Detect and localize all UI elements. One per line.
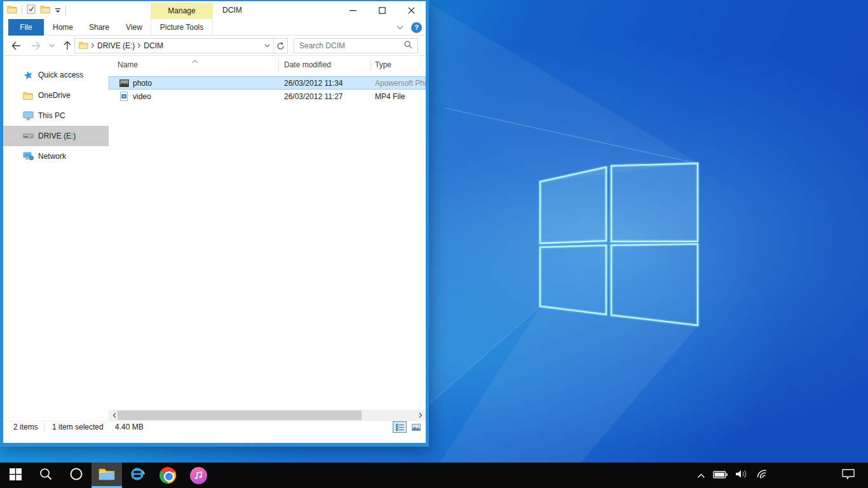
- qat-customize-dropdown-icon[interactable]: [55, 4, 61, 16]
- sidebar-item-onedrive[interactable]: OneDrive: [3, 85, 109, 105]
- sidebar-item-quick-access[interactable]: Quick access: [3, 65, 109, 85]
- explorer-main: Quick access OneDrive This PC: [3, 56, 426, 421]
- file-row-video[interactable]: video 26/03/2012 11:27 MP4 File: [109, 90, 426, 103]
- column-divider[interactable]: [370, 58, 371, 71]
- properties-check-icon[interactable]: [27, 4, 36, 17]
- network-icon: [22, 152, 34, 161]
- file-name: photo: [133, 79, 276, 88]
- breadcrumb: DRIVE (E:) DCIM: [75, 41, 261, 51]
- up-icon[interactable]: [63, 41, 72, 50]
- system-tray: [697, 463, 769, 488]
- help-icon[interactable]: ?: [411, 22, 422, 33]
- breadcrumb-item-dcim[interactable]: DCIM: [144, 41, 163, 50]
- start-button[interactable]: [0, 463, 31, 488]
- search-box[interactable]: [294, 38, 418, 53]
- tab-picture-tools[interactable]: Picture Tools: [151, 19, 213, 36]
- taskbar-search-button[interactable]: [31, 463, 61, 488]
- mp4-file-icon: [119, 92, 129, 101]
- close-button[interactable]: [397, 1, 426, 19]
- itunes-icon: [190, 467, 207, 484]
- column-headers: Name Date modified Type: [109, 56, 426, 74]
- expand-ribbon-chevron-icon[interactable]: [397, 23, 403, 32]
- quick-access-toolbar: [7, 1, 66, 19]
- explorer-app-icon[interactable]: [7, 4, 17, 16]
- file-date-modified: 26/03/2012 11:34: [284, 79, 343, 88]
- tab-home[interactable]: Home: [48, 19, 78, 36]
- status-selection: 1 item selected: [52, 423, 104, 431]
- details-view-button[interactable]: [393, 421, 407, 433]
- wifi-icon[interactable]: [756, 470, 769, 482]
- navigation-bar: DRIVE (E:) DCIM: [3, 36, 426, 56]
- file-list-pane: Name Date modified Type photo 26/03/2012…: [109, 56, 426, 421]
- scroll-right-icon[interactable]: [415, 410, 426, 421]
- sidebar-item-drive-e[interactable]: DRIVE (E:): [3, 126, 109, 146]
- photo-thumbnail-icon: [119, 79, 129, 87]
- file-explorer-window: Manage DCIM File Home Share View Picture…: [0, 0, 429, 447]
- refresh-icon[interactable]: [273, 39, 287, 53]
- ribbon-context-group-manage[interactable]: Manage: [151, 3, 213, 19]
- address-bar[interactable]: DRIVE (E:) DCIM: [74, 38, 288, 53]
- large-icons-view-button[interactable]: [409, 421, 423, 433]
- search-icon[interactable]: [404, 40, 417, 51]
- chevron-right-icon[interactable]: [137, 41, 141, 50]
- column-header-type[interactable]: Type: [375, 60, 391, 69]
- breadcrumb-item-drive[interactable]: DRIVE (E:): [97, 41, 135, 50]
- sidebar-item-network[interactable]: Network: [3, 146, 109, 166]
- sidebar-item-label: This PC: [38, 111, 65, 120]
- windows-start-icon: [10, 468, 22, 483]
- tab-share[interactable]: Share: [82, 19, 116, 36]
- itunes-button[interactable]: [183, 463, 214, 488]
- action-center-icon: [842, 469, 855, 482]
- horizontal-scrollbar[interactable]: [109, 410, 426, 421]
- scrollbar-thumb[interactable]: [118, 410, 362, 420]
- file-row-photo[interactable]: photo 26/03/2012 11:34 Apowersoft Pho: [109, 76, 426, 90]
- chrome-button[interactable]: [153, 463, 183, 488]
- file-explorer-icon: [98, 468, 115, 484]
- drive-icon: [22, 133, 34, 139]
- column-header-date-modified[interactable]: Date modified: [284, 60, 331, 69]
- quick-access-star-icon: [22, 71, 34, 80]
- battery-icon[interactable]: [713, 470, 728, 481]
- sidebar-item-label: OneDrive: [38, 91, 71, 100]
- back-icon[interactable]: [11, 41, 21, 50]
- status-divider: [44, 423, 44, 431]
- navigation-pane: Quick access OneDrive This PC: [3, 56, 109, 421]
- column-header-name[interactable]: Name: [118, 60, 138, 69]
- column-divider[interactable]: [278, 58, 279, 71]
- this-pc-icon: [22, 111, 34, 121]
- search-icon: [39, 468, 52, 483]
- action-center-button[interactable]: [834, 463, 863, 488]
- file-name: video: [133, 92, 276, 101]
- cortana-button[interactable]: [61, 463, 92, 488]
- status-item-count: 2 items: [13, 423, 38, 431]
- ribbon-tab-row: File Home Share View Picture Tools ?: [3, 19, 426, 36]
- file-date-modified: 26/03/2012 11:27: [284, 92, 343, 101]
- minimize-button[interactable]: [338, 1, 367, 19]
- qat-separator: [22, 5, 22, 15]
- volume-icon[interactable]: [735, 470, 749, 481]
- sidebar-item-this-pc[interactable]: This PC: [3, 105, 109, 126]
- taskbar: [0, 463, 868, 488]
- folder-icon: [79, 41, 88, 51]
- desktop: Manage DCIM File Home Share View Picture…: [0, 0, 868, 488]
- new-folder-icon[interactable]: [40, 4, 50, 16]
- sidebar-item-label: Quick access: [38, 71, 83, 79]
- sidebar-item-label: Network: [38, 152, 66, 161]
- forward-icon[interactable]: [31, 41, 41, 50]
- taskbar-file-explorer-button[interactable]: [92, 463, 122, 488]
- search-input[interactable]: [294, 41, 404, 50]
- tab-view[interactable]: View: [119, 19, 149, 36]
- internet-explorer-button[interactable]: [122, 463, 153, 488]
- internet-explorer-icon: [128, 465, 146, 485]
- chevron-right-icon[interactable]: [91, 41, 95, 50]
- sidebar-item-label: DRIVE (E:): [38, 132, 76, 140]
- maximize-button[interactable]: [367, 1, 397, 19]
- file-type: Apowersoft Pho: [375, 79, 426, 88]
- tray-expand-chevron-icon[interactable]: [697, 470, 705, 481]
- qat-separator: [65, 5, 66, 15]
- recent-locations-chevron-icon[interactable]: [49, 44, 55, 48]
- address-dropdown-chevron-icon[interactable]: [261, 39, 273, 53]
- title-bar[interactable]: Manage DCIM: [3, 1, 426, 19]
- tab-file[interactable]: File: [8, 19, 44, 36]
- status-selection-size: 4.40 MB: [115, 423, 144, 431]
